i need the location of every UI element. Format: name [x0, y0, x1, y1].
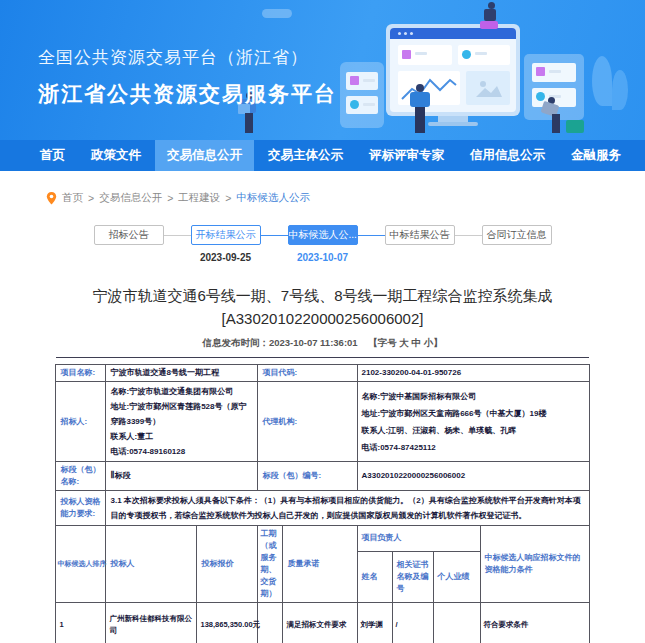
nav-item-experts[interactable]: 评标评审专家 — [357, 140, 456, 171]
qualification-text: 3.1 本次招标要求投标人须具备以下条件：（1）具有与本招标项目相应的供货能力。… — [106, 491, 589, 526]
header-cert: 相关证书名称及编号 — [392, 551, 433, 602]
nav-item-trade-subject[interactable]: 交易主体公示 — [256, 140, 355, 171]
header-condition: 中标候选人响应招标文件的资格能力条件 — [480, 526, 589, 603]
section-code-label: 标段（包）编号: — [258, 462, 357, 491]
image-icon — [466, 71, 510, 105]
tenderer-label: 招标人: — [56, 382, 106, 462]
section-code-value: A3302010220000256006002 — [357, 462, 589, 491]
project-code-value: 2102-330200-04-01-950726 — [357, 365, 589, 382]
header-quality: 质量承诺 — [283, 526, 357, 603]
phone-graphic — [340, 62, 384, 128]
header-name: 姓名 — [357, 551, 392, 602]
monitor-base-graphic — [428, 122, 478, 126]
agency-value: 名称:宁波中基国际招标有限公司 地址:宁波市鄞州区天童南路666号（中基大厦）1… — [357, 382, 589, 462]
candidate-quality: 满足招标文件要求 — [283, 603, 357, 643]
project-code-label: 项目代码: — [258, 365, 357, 382]
breadcrumb-trade-info[interactable]: 交易信息公开 — [99, 191, 162, 205]
title-line2: [A3302010220000256006002] — [0, 307, 645, 330]
step-date: 2023-09-25 — [200, 252, 251, 263]
section-name-label: 标段（包）名称: — [56, 462, 106, 491]
site-banner: 全国公共资源交易平台（浙江省） 浙江省公共资源交易服务平台 — [0, 0, 645, 140]
fontsize-medium-button[interactable]: 中 — [411, 337, 421, 348]
nav-item-finance[interactable]: 金融服务 — [559, 140, 633, 171]
step-connector — [455, 235, 482, 236]
breadcrumb: 首页 > 交易信息公开 > 工程建设 > 中标候选人公示 — [46, 191, 645, 205]
project-name-label: 项目名称: — [56, 365, 106, 382]
breadcrumb-current: 中标候选人公示 — [236, 191, 310, 205]
candidate-duration — [258, 603, 283, 643]
breadcrumb-separator: > — [225, 192, 231, 204]
process-steps: 招标公告 开标结果公示 2023-09-25 中标候选人公... 2023-10… — [0, 225, 645, 263]
agency-label: 代理机构: — [258, 382, 357, 462]
step-winning-result[interactable]: 中标结果公告 — [385, 225, 455, 245]
breadcrumb-home[interactable]: 首页 — [62, 191, 83, 205]
header-achievement: 个人业绩 — [433, 551, 480, 602]
step-winning-candidate[interactable]: 中标候选人公... — [288, 225, 358, 245]
fontsize-small-button[interactable]: 小 — [424, 337, 434, 348]
step-tender-announcement[interactable]: 招标公告 — [94, 225, 164, 245]
step-connector — [261, 235, 288, 236]
monitor-graphic — [386, 24, 520, 116]
candidate-condition: 符合要求条件 — [480, 603, 589, 643]
tenderer-value: 名称:宁波市轨道交通集团有限公司 地址:宁波市鄞州区青莲路528号（原宁穿路33… — [106, 382, 258, 462]
person-figure — [488, 2, 495, 9]
plant-graphic — [592, 56, 612, 106]
publish-time: 2023-10-07 11:36:01 — [269, 337, 358, 348]
breadcrumb-separator: > — [167, 192, 173, 204]
candidate-rank: 1 — [56, 603, 106, 643]
title-line1: 宁波市轨道交通6号线一期、7号线、8号线一期工程综合监控系统集成 — [0, 284, 645, 307]
announcement-table: 项目名称: 宁波市轨道交通8号线一期工程 项目代码: 2102-330200-0… — [55, 364, 589, 643]
section-name-value: Ⅱ标段 — [106, 462, 258, 491]
publish-info: 信息发布时间：2023-10-07 11:36:01 【字号 大 中 小】 — [0, 337, 645, 350]
header-manager: 项目负责人 — [357, 526, 480, 552]
candidate-cert: / — [392, 603, 433, 643]
location-pin-icon — [46, 192, 57, 205]
candidate-price: 138,865,350.00元 — [197, 603, 258, 643]
title-divider — [56, 357, 589, 358]
header-bidder: 投标人 — [106, 526, 197, 603]
step-connector — [358, 235, 385, 236]
step-date: 2023-10-07 — [297, 252, 348, 263]
publish-label: 信息发布时间： — [202, 337, 269, 348]
fontsize-large-button[interactable]: 大 — [399, 337, 409, 348]
nav-item-policy[interactable]: 政策文件 — [79, 140, 153, 171]
step-contract-info[interactable]: 合同订立信息 — [482, 225, 552, 245]
step-bid-opening-result[interactable]: 开标结果公示 — [191, 225, 261, 245]
breadcrumb-separator: > — [88, 192, 94, 204]
header-rank: 中标候选人排序 — [56, 526, 106, 603]
step-connector — [164, 235, 191, 236]
plant-graphic — [612, 70, 628, 110]
cloud-graphic — [262, 9, 292, 18]
candidate-row: 1 广州新科佳都科技有限公司 138,865,350.00元 满足招标文件要求 … — [56, 603, 589, 643]
nav-item-credit[interactable]: 信用信息公示 — [458, 140, 557, 171]
candidate-achievement — [433, 603, 480, 643]
main-nav: 首页 政策文件 交易信息公开 交易主体公示 评标评审专家 信用信息公示 金融服务… — [0, 140, 645, 171]
page-title: 宁波市轨道交通6号线一期、7号线、8号线一期工程综合监控系统集成 [A33020… — [0, 284, 645, 330]
box-graphic — [566, 120, 584, 133]
header-duration: 工期（或服务期、交货期） — [258, 526, 283, 603]
nav-item-trade-info[interactable]: 交易信息公开 — [155, 140, 254, 171]
national-platform-title: 全国公共资源交易平台（浙江省） — [38, 46, 337, 69]
candidate-bidder: 广州新科佳都科技有限公司 — [106, 603, 197, 643]
candidate-manager-name: 刘学渊 — [357, 603, 392, 643]
qualification-label: 投标人资格能力要求: — [56, 491, 106, 526]
nav-item-home[interactable]: 首页 — [28, 140, 77, 171]
nav-item-interaction[interactable]: 互动交流 — [635, 140, 645, 171]
header-price: 投标报价 — [197, 526, 258, 603]
project-name-value: 宁波市轨道交通8号线一期工程 — [106, 365, 258, 382]
fontsize-label: 【字号 — [368, 337, 397, 348]
person-figure — [416, 84, 424, 92]
site-title: 浙江省公共资源交易服务平台 — [38, 80, 337, 108]
breadcrumb-engineering[interactable]: 工程建设 — [178, 191, 220, 205]
